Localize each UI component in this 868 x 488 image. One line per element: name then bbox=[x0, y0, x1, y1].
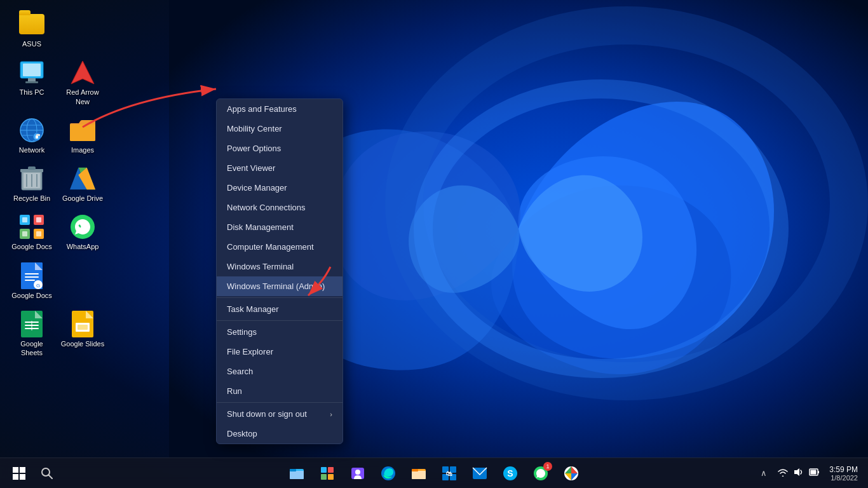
menu-item-windows-terminal-admin[interactable]: Windows Terminal (Admin) bbox=[217, 276, 342, 296]
svg-rect-58 bbox=[20, 467, 25, 473]
desktop-icon-whatsapp[interactable]: WhatsApp bbox=[57, 209, 108, 256]
svg-text:🛍: 🛍 bbox=[446, 470, 452, 477]
svg-text:G: G bbox=[36, 283, 40, 288]
desktop-icon-google-drive[interactable]: Google Drive bbox=[57, 161, 108, 208]
taskbar-teams[interactable] bbox=[344, 459, 372, 487]
recycle-bin-icon bbox=[19, 166, 44, 191]
svg-rect-35 bbox=[36, 231, 41, 236]
google-drive-label: Google Drive bbox=[62, 194, 103, 203]
google-docs-label: Google Docs bbox=[11, 291, 52, 300]
svg-text:S: S bbox=[507, 468, 513, 478]
menu-item-power-options[interactable]: Power Options bbox=[217, 139, 342, 158]
store-icon: 🛍 bbox=[442, 466, 457, 481]
taskbar-mail[interactable] bbox=[466, 459, 494, 487]
clock-time: 3:59 PM bbox=[829, 465, 858, 474]
desktop-icon-recycle-bin[interactable]: Recycle Bin bbox=[6, 161, 57, 208]
edge-icon bbox=[381, 466, 396, 481]
menu-item-settings[interactable]: Settings bbox=[217, 322, 342, 342]
asus-folder-icon bbox=[19, 11, 44, 37]
menu-item-run[interactable]: Run bbox=[217, 381, 342, 401]
svg-rect-5 bbox=[28, 78, 36, 81]
menu-item-task-manager[interactable]: Task Manager bbox=[217, 299, 342, 319]
svg-rect-33 bbox=[36, 217, 41, 222]
desktop-icon-red-arrow-new[interactable]: Red Arrow New bbox=[57, 55, 108, 111]
this-pc-label: This PC bbox=[19, 88, 44, 97]
svg-rect-74 bbox=[412, 471, 426, 479]
menu-item-computer-management[interactable]: Computer Management bbox=[217, 237, 342, 257]
svg-rect-6 bbox=[25, 81, 38, 83]
svg-rect-20 bbox=[28, 166, 36, 170]
svg-rect-69 bbox=[328, 474, 334, 480]
menu-item-device-manager[interactable]: Device Manager bbox=[217, 178, 342, 198]
menu-item-windows-terminal[interactable]: Windows Terminal bbox=[217, 257, 342, 276]
chevron-up-icon: ∧ bbox=[761, 468, 767, 478]
svg-rect-59 bbox=[13, 474, 18, 480]
svg-rect-57 bbox=[13, 467, 18, 473]
svg-rect-40 bbox=[25, 273, 39, 274]
svg-rect-68 bbox=[321, 474, 327, 480]
svg-point-71 bbox=[355, 470, 360, 475]
desktop-icon-this-pc[interactable]: This PC bbox=[6, 55, 57, 111]
icon-row-4: Google Docs WhatsApp bbox=[6, 209, 108, 257]
search-button[interactable] bbox=[33, 459, 61, 487]
system-clock[interactable]: 3:59 PM 1/8/2022 bbox=[824, 463, 863, 484]
whatsapp-icon bbox=[70, 214, 95, 240]
windows-logo-icon bbox=[13, 467, 25, 480]
icon-row-6: Google Sheets Google Slides bbox=[6, 306, 108, 364]
google-slides-label: Google Slides bbox=[61, 339, 105, 348]
icon-row-0: ASUS bbox=[6, 6, 108, 55]
taskbar-edge[interactable] bbox=[374, 459, 402, 487]
widgets-icon bbox=[320, 466, 334, 480]
battery-icon[interactable] bbox=[809, 468, 819, 479]
menu-item-search[interactable]: Search bbox=[217, 362, 342, 381]
wifi-icon[interactable] bbox=[777, 468, 789, 479]
svg-rect-90 bbox=[811, 470, 817, 474]
taskbar-skype[interactable]: S bbox=[496, 459, 524, 487]
menu-divider bbox=[217, 297, 342, 298]
menu-item-mobility-center[interactable]: Mobility Center bbox=[217, 119, 342, 139]
menu-item-disk-management[interactable]: Disk Management bbox=[217, 217, 342, 237]
taskbar-explorer[interactable] bbox=[405, 459, 433, 487]
chrome-icon bbox=[564, 466, 579, 481]
taskbar-chrome[interactable] bbox=[557, 459, 585, 487]
recycle-bin-label: Recycle Bin bbox=[13, 194, 50, 203]
svg-rect-89 bbox=[818, 471, 819, 473]
desktop-icon-google-slides[interactable]: Google Slides bbox=[57, 306, 108, 363]
taskbar-widgets[interactable] bbox=[313, 459, 341, 487]
asus-label: ASUS bbox=[22, 39, 41, 48]
images-folder-icon bbox=[70, 118, 95, 143]
taskbar-whatsapp[interactable]: 1 bbox=[527, 459, 555, 487]
desktop-icon-google-sheets[interactable]: Google Sheets bbox=[6, 306, 57, 363]
menu-item-network-connections[interactable]: Network Connections bbox=[217, 198, 342, 217]
menu-item-desktop[interactable]: Desktop bbox=[217, 424, 342, 444]
desktop-icon-google-docs[interactable]: G Google Docs bbox=[6, 258, 57, 305]
taskbar-file-manager[interactable] bbox=[283, 459, 311, 487]
tray-area[interactable]: ∧ bbox=[756, 466, 772, 480]
google-sheets-icon bbox=[19, 311, 44, 337]
svg-rect-34 bbox=[22, 231, 27, 236]
desktop-icon-images[interactable]: Images bbox=[57, 112, 108, 159]
desktop-icon-network[interactable]: Network bbox=[6, 112, 57, 159]
google-docs-icon: G bbox=[19, 263, 44, 288]
file-manager-icon bbox=[289, 466, 304, 480]
volume-icon[interactable] bbox=[794, 468, 804, 479]
menu-divider-3 bbox=[217, 402, 342, 403]
icon-row-1: This PC Red Arrow New bbox=[6, 55, 108, 112]
taskbar-system-tray: ∧ bbox=[756, 463, 863, 484]
taskbar-store[interactable]: 🛍 bbox=[435, 459, 463, 487]
menu-item-file-explorer[interactable]: File Explorer bbox=[217, 342, 342, 362]
icon-row-3: Recycle Bin Google Drive bbox=[6, 161, 108, 209]
svg-rect-16 bbox=[36, 134, 40, 136]
menu-item-shutdown[interactable]: Shut down or sign out › bbox=[217, 404, 342, 424]
desktop-icon-grid: ASUS This PC bbox=[0, 0, 114, 370]
menu-item-apps-features[interactable]: Apps and Features bbox=[217, 99, 342, 119]
svg-rect-64 bbox=[290, 471, 304, 479]
svg-rect-41 bbox=[25, 276, 39, 278]
svg-rect-42 bbox=[25, 280, 35, 281]
desktop-icon-control-panel[interactable]: Google Docs bbox=[6, 209, 57, 256]
menu-item-event-viewer[interactable]: Event Viewer bbox=[217, 158, 342, 178]
whatsapp-notification-badge: 1 bbox=[543, 462, 552, 471]
google-sheets-label: Google Sheets bbox=[9, 339, 55, 358]
start-button[interactable] bbox=[5, 459, 33, 487]
desktop-icon-asus[interactable]: ASUS bbox=[6, 6, 57, 53]
